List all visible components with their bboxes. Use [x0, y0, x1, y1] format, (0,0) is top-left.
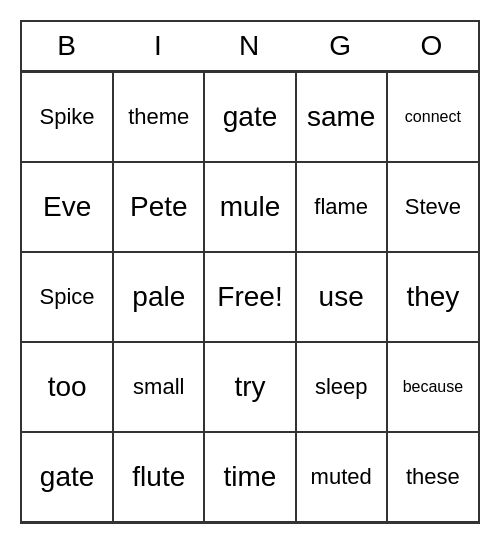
bingo-cell-0: Spike	[22, 72, 113, 162]
header-letter-G: G	[296, 22, 387, 70]
header-letter-O: O	[387, 22, 478, 70]
bingo-cell-9: Steve	[387, 162, 478, 252]
bingo-header: BINGO	[22, 22, 478, 72]
bingo-cell-2: gate	[204, 72, 295, 162]
bingo-cell-18: sleep	[296, 342, 387, 432]
bingo-cell-21: flute	[113, 432, 204, 522]
cell-text-6: Pete	[130, 191, 188, 223]
bingo-cell-5: Eve	[22, 162, 113, 252]
bingo-cell-8: flame	[296, 162, 387, 252]
cell-text-17: try	[234, 371, 265, 403]
bingo-cell-10: Spice	[22, 252, 113, 342]
bingo-cell-1: theme	[113, 72, 204, 162]
bingo-card: BINGO SpikethemegatesameconnectEvePetemu…	[20, 20, 480, 524]
cell-text-7: mule	[220, 191, 281, 223]
cell-text-1: theme	[128, 104, 189, 130]
bingo-cell-4: connect	[387, 72, 478, 162]
bingo-cell-24: these	[387, 432, 478, 522]
cell-text-10: Spice	[40, 284, 95, 310]
bingo-cell-14: they	[387, 252, 478, 342]
cell-text-21: flute	[132, 461, 185, 493]
cell-text-20: gate	[40, 461, 95, 493]
cell-text-3: same	[307, 101, 375, 133]
cell-text-5: Eve	[43, 191, 91, 223]
bingo-cell-7: mule	[204, 162, 295, 252]
bingo-cell-11: pale	[113, 252, 204, 342]
bingo-cell-6: Pete	[113, 162, 204, 252]
bingo-cell-13: use	[296, 252, 387, 342]
header-letter-B: B	[22, 22, 113, 70]
cell-text-4: connect	[405, 108, 461, 126]
bingo-cell-17: try	[204, 342, 295, 432]
cell-text-24: these	[406, 464, 460, 490]
bingo-cell-23: muted	[296, 432, 387, 522]
cell-text-14: they	[406, 281, 459, 313]
cell-text-18: sleep	[315, 374, 368, 400]
cell-text-22: time	[224, 461, 277, 493]
bingo-cell-16: small	[113, 342, 204, 432]
cell-text-16: small	[133, 374, 184, 400]
cell-text-15: too	[48, 371, 87, 403]
cell-text-9: Steve	[405, 194, 461, 220]
cell-text-12: Free!	[217, 281, 282, 313]
bingo-cell-12: Free!	[204, 252, 295, 342]
cell-text-19: because	[403, 378, 464, 396]
bingo-cell-20: gate	[22, 432, 113, 522]
header-letter-N: N	[204, 22, 295, 70]
cell-text-2: gate	[223, 101, 278, 133]
bingo-grid: SpikethemegatesameconnectEvePetemuleflam…	[22, 72, 478, 522]
cell-text-11: pale	[132, 281, 185, 313]
cell-text-13: use	[319, 281, 364, 313]
header-letter-I: I	[113, 22, 204, 70]
bingo-cell-19: because	[387, 342, 478, 432]
bingo-cell-15: too	[22, 342, 113, 432]
bingo-cell-3: same	[296, 72, 387, 162]
cell-text-8: flame	[314, 194, 368, 220]
bingo-cell-22: time	[204, 432, 295, 522]
cell-text-0: Spike	[40, 104, 95, 130]
cell-text-23: muted	[311, 464, 372, 490]
